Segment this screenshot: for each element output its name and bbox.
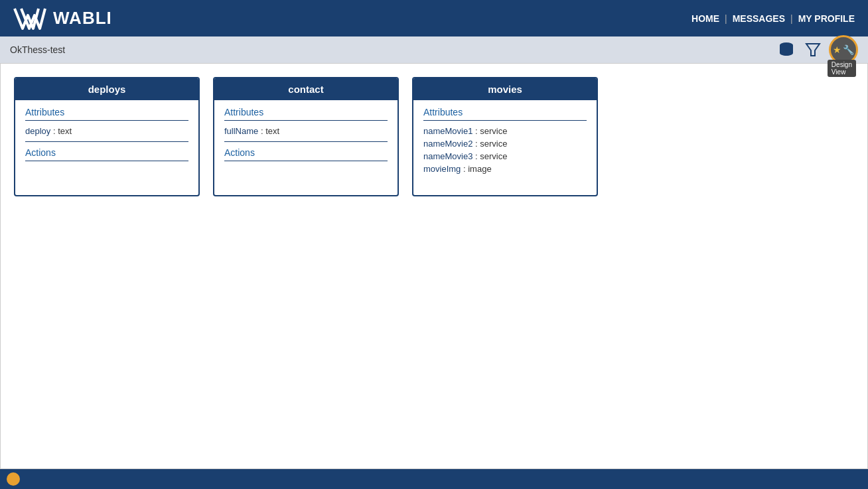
main-nav: HOME | MESSAGES | MY PROFILE — [691, 13, 855, 24]
movies-attr-0: nameMovie1 : service — [423, 126, 587, 136]
card-movies: movies Attributes nameMovie1 : service n… — [412, 77, 598, 196]
design-view-btn[interactable]: ★ 🔧 DesignView — [829, 35, 858, 64]
main-content: deploys Attributes deploy : text Actions… — [0, 63, 868, 469]
database-icon — [777, 40, 796, 59]
card-deploys-header: deploys — [15, 78, 198, 100]
contact-actions-label: Actions — [224, 147, 388, 161]
deploys-attr-deploy: deploy : text — [25, 126, 188, 136]
logo-icon — [13, 5, 46, 32]
movies-attr-1: nameMovie2 : service — [423, 139, 587, 149]
subheader: OkThess-test ★ 🔧 DesignView — [0, 36, 868, 63]
bottom-circle-indicator — [7, 472, 20, 486]
logo-text: WABLI — [53, 8, 112, 29]
cards-container: deploys Attributes deploy : text Actions… — [14, 77, 854, 196]
nav-messages[interactable]: MESSAGES — [733, 13, 785, 24]
card-movies-body: Attributes nameMovie1 : service nameMovi… — [413, 100, 597, 183]
project-name: OkThess-test — [10, 44, 65, 55]
deploys-actions-label: Actions — [25, 147, 188, 161]
movies-attr-3: movieImg : image — [423, 164, 587, 174]
card-contact-header: contact — [214, 78, 398, 100]
card-deploys: deploys Attributes deploy : text Actions — [14, 77, 200, 196]
filter-icon-btn[interactable] — [802, 39, 824, 60]
card-contact-body: Attributes fullName : text Actions — [214, 100, 398, 173]
design-view-tooltip: DesignView — [828, 60, 856, 77]
deploys-attributes-label: Attributes — [25, 107, 188, 121]
contact-attributes-label: Attributes — [224, 107, 388, 121]
card-deploys-body: Attributes deploy : text Actions — [15, 100, 198, 173]
contact-attr-fullname: fullName : text — [224, 126, 388, 136]
app-header: WABLI HOME | MESSAGES | MY PROFILE — [0, 0, 868, 36]
nav-home[interactable]: HOME — [691, 13, 719, 24]
logo: WABLI — [13, 5, 112, 32]
nav-sep-2: | — [790, 13, 793, 24]
card-movies-header: movies — [413, 78, 597, 100]
star-icon: ★ — [833, 44, 841, 55]
nav-sep-1: | — [725, 13, 727, 24]
movies-attributes-label: Attributes — [423, 107, 587, 121]
subheader-icons: ★ 🔧 DesignView — [776, 35, 858, 64]
nav-profile[interactable]: MY PROFILE — [798, 13, 855, 24]
bottom-bar — [0, 469, 868, 489]
filter-icon — [804, 40, 822, 59]
movies-attr-2: nameMovie3 : service — [423, 151, 587, 161]
wrench-icon: 🔧 — [843, 44, 854, 55]
database-icon-btn[interactable] — [776, 39, 797, 60]
card-contact: contact Attributes fullName : text Actio… — [213, 77, 399, 196]
svg-marker-1 — [806, 44, 820, 56]
